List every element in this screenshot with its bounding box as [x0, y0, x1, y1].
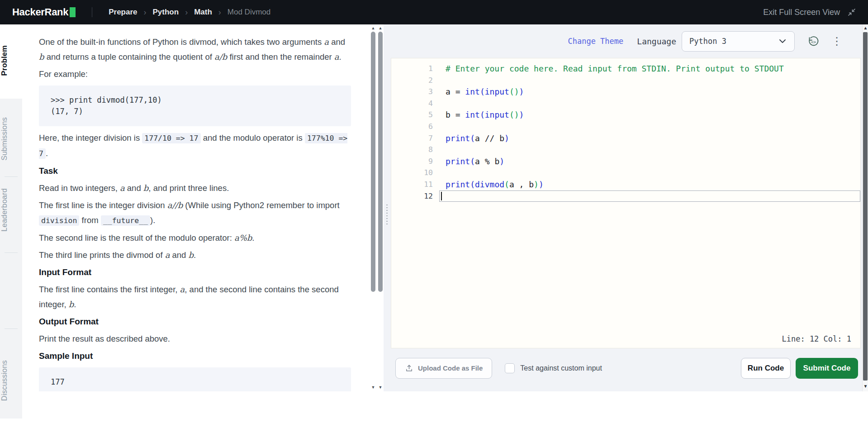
custom-input-label: Test against custom input	[520, 364, 602, 372]
code-token: print	[446, 133, 470, 143]
code-token: (	[509, 110, 514, 119]
scrollbar-thumb[interactable]	[378, 32, 383, 292]
line-number: 4	[391, 98, 433, 109]
submit-code-button[interactable]: Submit Code	[796, 358, 858, 379]
code-token: a =	[446, 87, 465, 96]
sidebar-tab-submissions[interactable]: Submissions	[0, 117, 22, 161]
sidebar-tab-discussions[interactable]: Discussions	[0, 360, 22, 401]
hackerrank-logo[interactable]: HackerRank	[12, 6, 76, 18]
code-editor[interactable]: 1# Enter your code here. Read input from…	[391, 58, 861, 348]
custom-input-option: Test against custom input	[505, 363, 602, 373]
math-var: a%b	[234, 233, 252, 243]
code-line: 11print(divmod(a , b))	[391, 179, 860, 190]
exit-fullscreen-icon[interactable]	[847, 8, 856, 17]
scroll-down-icon[interactable]: ▼	[863, 384, 868, 389]
cursor-position-status: Line: 12 Col: 1	[782, 334, 851, 343]
change-theme-link[interactable]: Change Theme	[568, 37, 623, 46]
code-token: a % b	[475, 157, 499, 166]
text-segment: .	[194, 250, 196, 260]
inline-code: __future__	[101, 215, 150, 226]
code-token: b =	[446, 110, 465, 119]
math-var: a/b	[214, 52, 227, 62]
code-token: (	[470, 157, 475, 166]
code-line: 8	[391, 144, 860, 156]
inline-code: 177/10 => 17	[142, 133, 200, 143]
code-token: a , b	[509, 180, 534, 189]
scroll-down-icon[interactable]: ▼	[378, 385, 383, 390]
text-segment: first and then the remainder	[227, 52, 334, 62]
code-token: )	[534, 180, 539, 189]
code-line-text	[439, 75, 860, 86]
text-segment: .	[252, 233, 254, 243]
text-segment: The first line is the integer division	[39, 200, 167, 210]
active-code-line	[439, 190, 860, 202]
restore-code-icon[interactable]: <>	[807, 35, 820, 48]
math-var: b	[39, 52, 44, 62]
code-line: 6	[391, 121, 860, 133]
code-line: 10	[391, 167, 860, 179]
code-line: 3a = int(input())	[391, 86, 860, 98]
text-segment: Read in two integers,	[39, 183, 120, 193]
code-token: )	[519, 110, 524, 119]
upload-button-label: Upload Code as File	[418, 364, 483, 372]
line-number: 1	[391, 63, 433, 75]
scrollbar-thumb[interactable]	[863, 32, 868, 381]
section-heading: Task	[39, 163, 351, 178]
kebab-menu-icon[interactable]: ⋮	[831, 36, 842, 47]
scroll-down-icon[interactable]: ▼	[371, 385, 375, 390]
text-segment: and returns a tuple containing the quoti…	[44, 52, 214, 62]
scroll-up-icon[interactable]: ▲	[863, 25, 868, 30]
scroll-up-icon[interactable]: ▲	[378, 26, 383, 30]
text-segment: .	[46, 148, 48, 158]
upload-code-button[interactable]: Upload Code as File	[395, 358, 492, 379]
line-number: 2	[391, 75, 433, 86]
scrollbar-thumb[interactable]	[371, 32, 375, 292]
text-segment: Print the result as described above.	[39, 334, 170, 343]
code-line: 4	[391, 98, 860, 109]
code-token: print	[446, 157, 470, 166]
problem-paragraph: The first line is the integer division a…	[39, 198, 351, 228]
text-segment: .	[74, 300, 76, 309]
breadcrumb: Prepare›Python›Math›Mod Divmod	[109, 8, 270, 17]
line-number: 3	[391, 86, 433, 98]
breadcrumb-separator-icon: ›	[185, 8, 188, 17]
breadcrumb-separator-icon: ›	[144, 8, 147, 17]
problem-paragraph: Print the result as described above.	[39, 331, 351, 346]
breadcrumb-item[interactable]: Mod Divmod	[228, 8, 270, 17]
breadcrumb-item[interactable]: Math	[194, 8, 212, 17]
svg-text:<>: <>	[811, 39, 816, 44]
sidebar-tab-leaderboard[interactable]: Leaderboard	[0, 188, 22, 232]
code-token: int	[465, 87, 480, 96]
exit-fullscreen-button[interactable]: Exit Full Screen View	[763, 8, 840, 17]
line-number: 5	[391, 109, 433, 121]
breadcrumb-separator-icon: ›	[218, 8, 221, 17]
text-segment: Here, the integer division is	[39, 133, 142, 143]
language-dropdown[interactable]: Python 3	[682, 31, 795, 52]
problem-paragraph: One of the built-in functions of Python …	[39, 34, 351, 64]
code-token: )	[539, 180, 544, 189]
problem-scrollbar[interactable]: ▲ ▼	[371, 24, 375, 391]
language-label: Language	[637, 37, 676, 46]
line-number: 12	[391, 190, 433, 202]
window-scrollbar[interactable]: ▲ ▼	[862, 24, 868, 391]
problem-paragraph: The first line contains the first intege…	[39, 282, 351, 312]
breadcrumb-item[interactable]: Python	[153, 8, 179, 17]
logo-green-block-icon	[70, 7, 76, 17]
code-token: input	[485, 87, 509, 96]
line-number: 8	[391, 144, 433, 156]
pane-resize-grip[interactable]	[386, 205, 388, 225]
text-segment: and the modulo operator is	[201, 133, 305, 143]
section-heading: Output Format	[39, 314, 351, 329]
code-line-text: # Enter your code here. Read input from …	[439, 63, 860, 75]
code-line-text	[439, 98, 860, 109]
editor-footer: Upload Code as File Test against custom …	[384, 348, 862, 391]
section-heading: Input Format	[39, 265, 351, 280]
pane-scrollbar[interactable]: ▲ ▼	[378, 24, 383, 391]
sidebar-tab-problem[interactable]: Problem	[0, 45, 22, 76]
custom-input-checkbox[interactable]	[505, 363, 515, 373]
code-token: )	[499, 157, 504, 166]
run-code-button[interactable]: Run Code	[741, 358, 791, 379]
scroll-up-icon[interactable]: ▲	[371, 26, 375, 30]
code-token: (	[480, 110, 485, 119]
breadcrumb-item[interactable]: Prepare	[109, 8, 137, 17]
